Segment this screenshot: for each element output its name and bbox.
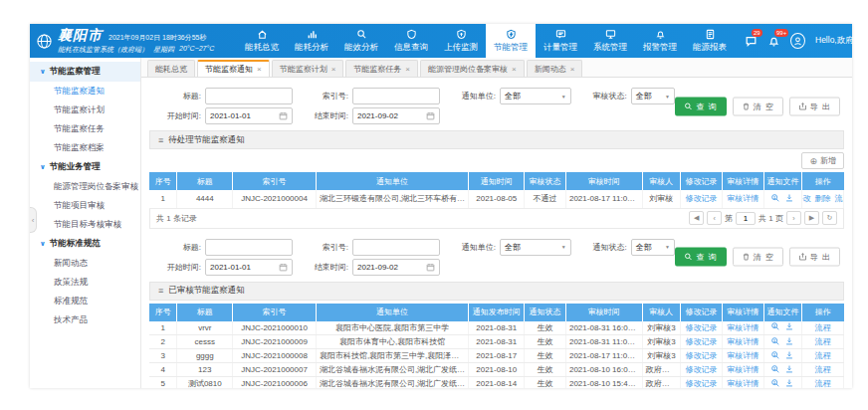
- audit-detail-link[interactable]: 审核详情: [727, 323, 759, 332]
- preview-file-icon[interactable]: [770, 193, 780, 203]
- audit-detail-link[interactable]: 审核详情: [727, 351, 759, 360]
- close-icon[interactable]: ×: [570, 65, 575, 74]
- nav-alarm-mgmt[interactable]: 报警管理: [635, 24, 685, 58]
- export-button-2[interactable]: 导 出: [789, 248, 840, 267]
- pager-next-button[interactable]: ›: [786, 211, 801, 225]
- audit-detail-link[interactable]: 审核详情: [727, 194, 759, 203]
- preview-file-icon[interactable]: [770, 364, 780, 374]
- sidebar-item-news[interactable]: 新闻动态: [30, 254, 140, 273]
- close-icon[interactable]: ×: [257, 65, 262, 74]
- nav-energy-overview[interactable]: 能耗总览: [237, 24, 287, 58]
- sidebar-item-supervision-plan[interactable]: 节能监察计划: [30, 101, 140, 119]
- download-file-icon[interactable]: [784, 321, 794, 331]
- search-button-2[interactable]: 查 询: [675, 248, 726, 267]
- flow-link[interactable]: 流程: [815, 365, 831, 374]
- add-button[interactable]: ⊕ 新增: [801, 152, 844, 169]
- modify-record-link[interactable]: 修改记录: [685, 379, 717, 388]
- tab-energy-post-review[interactable]: 能源管理岗位备案审核 ×: [420, 60, 525, 77]
- flow-link[interactable]: 流程: [815, 351, 831, 360]
- preview-file-icon[interactable]: [770, 350, 780, 360]
- edit-link[interactable]: 修改: [802, 193, 811, 204]
- tab-energy-overview[interactable]: 能耗总览: [147, 60, 195, 77]
- sidebar-group-supervision-mgmt[interactable]: ∨ 节能监察管理: [30, 62, 140, 82]
- modify-record-link[interactable]: 修改记录: [685, 365, 717, 374]
- pager-prev-button[interactable]: ‹: [707, 211, 722, 225]
- preview-file-icon[interactable]: [770, 321, 780, 331]
- notice-unit-select[interactable]: 全部 ▼: [500, 88, 571, 104]
- close-icon[interactable]: ×: [405, 65, 410, 74]
- preview-file-icon[interactable]: [770, 378, 780, 388]
- start-date-input-2[interactable]: 2021-01-01: [205, 259, 293, 276]
- sidebar-item-supervision-notice[interactable]: 节能监察通知: [30, 82, 140, 101]
- download-file-icon[interactable]: [784, 364, 794, 374]
- index-input[interactable]: [352, 88, 440, 104]
- sidebar-collapse-handle[interactable]: ‹: [30, 207, 37, 233]
- alerts-button[interactable]: 99+: [767, 34, 780, 48]
- sidebar-item-supervision-archive[interactable]: 节能监察档案: [30, 138, 140, 157]
- table-row[interactable]: 1 vrvr JNJC-2021000010 襄阳市中心医院,襄阳市第三中学 2…: [149, 321, 844, 335]
- table-row[interactable]: 2 cesss JNJC-2021000009 襄阳市体育中心,襄阳市科技馆 2…: [149, 335, 844, 349]
- flow-link[interactable]: 流程: [835, 193, 844, 204]
- preview-file-icon[interactable]: [770, 336, 780, 346]
- sidebar-item-policies[interactable]: 政策法规: [30, 273, 140, 292]
- table-row[interactable]: 5 测试0810 JNJC-2021000006 湖北谷城春福水泥有限公司,湖北…: [149, 377, 844, 389]
- audit-detail-link[interactable]: 审核详情: [727, 379, 759, 388]
- pager-first-button[interactable]: ◀: [689, 211, 704, 225]
- table-row[interactable]: 4 123 JNJC-2021000007 湖北谷城春福水泥有限公司,湖北广发纸…: [149, 363, 844, 377]
- avatar[interactable]: [790, 33, 805, 49]
- pager-last-button[interactable]: ▶: [804, 211, 819, 225]
- export-button[interactable]: 导 出: [789, 97, 840, 115]
- audit-status-select[interactable]: 全部 ▼: [631, 88, 675, 104]
- modify-record-link[interactable]: 修改记录: [685, 351, 717, 360]
- messages-button[interactable]: 29: [745, 34, 758, 48]
- user-greeting[interactable]: Hello,政府监管1 ▼: [815, 35, 868, 47]
- sidebar-item-standards[interactable]: 标准规范: [30, 292, 140, 310]
- tab-supervision-notice[interactable]: 节能监察通知 ×: [197, 60, 270, 77]
- title-input-2[interactable]: [205, 239, 293, 256]
- title-input[interactable]: [205, 88, 293, 104]
- clear-button-2[interactable]: 清 空: [733, 248, 783, 267]
- end-date-input[interactable]: 2021-09-02: [352, 107, 440, 124]
- nav-efficiency-analysis[interactable]: 能效分析: [336, 24, 386, 58]
- clear-button[interactable]: 清 空: [733, 97, 783, 115]
- notice-status-select[interactable]: 全部 ▼: [631, 239, 675, 256]
- nav-energy-report[interactable]: 能源报表: [685, 24, 735, 58]
- sidebar-group-standards[interactable]: ∨ 节能标准规范: [30, 234, 140, 254]
- nav-metering-mgmt[interactable]: 计量管理: [536, 24, 585, 58]
- nav-upload-monitor[interactable]: 上传监测: [436, 24, 486, 58]
- download-file-icon[interactable]: [784, 378, 794, 388]
- audit-detail-link[interactable]: 审核详情: [727, 365, 759, 374]
- nav-system-mgmt[interactable]: 系统管理: [585, 24, 635, 58]
- download-file-icon[interactable]: [784, 336, 794, 346]
- index-input-2[interactable]: [352, 239, 440, 256]
- audit-detail-link[interactable]: 审核详情: [727, 337, 759, 346]
- nav-energy-analysis[interactable]: 能耗分析: [287, 24, 336, 58]
- tab-supervision-plan[interactable]: 节能监察计划 ×: [272, 60, 344, 77]
- sidebar-item-energy-post-review[interactable]: 能源管理岗位备案审核: [30, 177, 140, 196]
- end-date-input-2[interactable]: 2021-09-02: [352, 259, 440, 276]
- download-file-icon[interactable]: [784, 350, 794, 360]
- download-file-icon[interactable]: [784, 193, 794, 203]
- flow-link[interactable]: 流程: [815, 323, 831, 332]
- sidebar-item-supervision-task[interactable]: 节能监察任务: [30, 119, 140, 138]
- sidebar-item-project-review[interactable]: 节能项目审核: [30, 196, 140, 215]
- start-date-input[interactable]: 2021-01-01: [205, 107, 293, 124]
- nav-energy-saving-mgmt[interactable]: 节能管理: [486, 24, 536, 58]
- search-button[interactable]: 查 询: [675, 97, 726, 115]
- tab-news[interactable]: 新闻动态 ×: [527, 60, 583, 77]
- close-icon[interactable]: ×: [512, 65, 517, 74]
- notice-unit-select-2[interactable]: 全部 ▼: [500, 239, 571, 256]
- table-row[interactable]: 3 gggg JNJC-2021000008 襄阳市科技馆,襄阳市第三中学,襄阳…: [149, 349, 844, 363]
- sidebar-item-tech-products[interactable]: 技术产品: [30, 310, 140, 329]
- modify-record-link[interactable]: 修改记录: [685, 323, 717, 332]
- close-icon[interactable]: ×: [331, 65, 336, 74]
- pager-page-input[interactable]: [736, 212, 756, 225]
- table-row[interactable]: 1 4444 JNJC-2021000004 湖北三环锻造有限公司,湖北三环车桥…: [149, 190, 844, 208]
- flow-link[interactable]: 流程: [815, 337, 831, 346]
- delete-link[interactable]: 删除: [815, 193, 831, 204]
- sidebar-item-target-review[interactable]: 节能目标考核审核: [30, 215, 140, 234]
- modify-record-link[interactable]: 修改记录: [685, 194, 717, 203]
- tab-supervision-task[interactable]: 节能监察任务 ×: [345, 60, 418, 77]
- nav-info-query[interactable]: 信息查询: [386, 24, 436, 58]
- flow-link[interactable]: 流程: [815, 379, 831, 388]
